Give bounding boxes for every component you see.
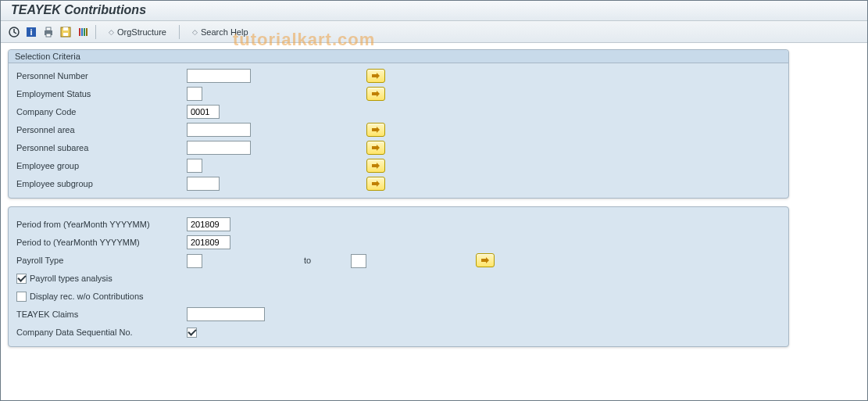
- row-payroll-types-analysis: Payroll types analysis: [15, 270, 782, 287]
- label-personnel-area: Personnel area: [15, 125, 187, 134]
- input-company-code[interactable]: [187, 105, 220, 119]
- input-employment-status[interactable]: [187, 87, 202, 101]
- info-icon[interactable]: i: [25, 26, 38, 38]
- multi-select-button[interactable]: [366, 177, 385, 191]
- label-to: to: [304, 256, 351, 265]
- svg-rect-11: [84, 28, 85, 36]
- label-display-rec: Display rec. w/o Contributions: [30, 292, 144, 301]
- input-employee-group[interactable]: [187, 159, 202, 173]
- checkbox-display-rec[interactable]: [16, 292, 27, 302]
- row-employment-status: Employment Status: [15, 85, 782, 102]
- label-period-from: Period from (YearMonth YYYYMM): [15, 220, 187, 229]
- row-personnel-area: Personnel area: [15, 121, 782, 138]
- row-employee-subgroup: Employee subgroup: [15, 175, 782, 192]
- label-company-seq: Company Data Sequential No.: [15, 328, 187, 337]
- toolbar-separator: [179, 25, 180, 39]
- row-personnel-subarea: Personnel subarea: [15, 139, 782, 156]
- label-payroll-type: Payroll Type: [15, 256, 187, 265]
- toolbar: i ◇ OrgStructure ◇ Search Help: [0, 21, 868, 43]
- toolbar-separator: [95, 25, 96, 39]
- row-company-seq: Company Data Sequential No.: [15, 324, 782, 341]
- label-employment-status: Employment Status: [15, 89, 187, 98]
- input-personnel-subarea[interactable]: [187, 141, 251, 155]
- execute-icon[interactable]: [8, 26, 20, 38]
- label-employee-group: Employee group: [15, 161, 187, 170]
- org-structure-label: OrgStructure: [117, 27, 166, 37]
- row-payroll-type: Payroll Type to: [15, 252, 782, 269]
- input-period-to[interactable]: [187, 235, 230, 249]
- input-personnel-number[interactable]: [187, 69, 251, 83]
- save-icon[interactable]: [59, 26, 72, 38]
- multi-select-button[interactable]: [366, 123, 385, 137]
- label-personnel-subarea: Personnel subarea: [15, 143, 187, 152]
- label-teayek-claims: TEAYEK Claims: [15, 310, 187, 319]
- list-icon[interactable]: [77, 26, 89, 38]
- svg-rect-5: [46, 34, 51, 37]
- multi-select-button[interactable]: [366, 159, 385, 173]
- svg-text:i: i: [30, 27, 32, 37]
- period-group: Period from (YearMonth YYYYMM) Period to…: [8, 206, 789, 347]
- multi-select-button[interactable]: [366, 141, 385, 155]
- multi-select-button[interactable]: [366, 69, 385, 83]
- row-period-to: Period to (YearMonth YYYYMM): [15, 234, 782, 251]
- row-personnel-number: Personnel Number: [15, 67, 782, 84]
- svg-rect-10: [81, 28, 83, 36]
- svg-rect-12: [86, 28, 88, 36]
- row-company-code: Company Code: [15, 103, 782, 120]
- print-icon[interactable]: [42, 26, 55, 38]
- multi-select-button[interactable]: [366, 87, 385, 101]
- org-structure-button[interactable]: ◇ OrgStructure: [102, 26, 173, 38]
- label-company-code: Company Code: [15, 107, 187, 116]
- input-period-from[interactable]: [187, 217, 230, 231]
- search-help-button[interactable]: ◇ Search Help: [186, 26, 255, 38]
- group-title: Selection Criteria: [9, 50, 788, 63]
- label-payroll-types-analysis: Payroll types analysis: [30, 274, 113, 283]
- page-title: TEAYEK Contributions: [0, 0, 868, 21]
- input-teayek-claims[interactable]: [187, 307, 265, 321]
- input-employee-subgroup[interactable]: [187, 177, 220, 191]
- search-help-label: Search Help: [201, 27, 248, 37]
- input-payroll-type-to[interactable]: [351, 254, 366, 268]
- label-period-to: Period to (YearMonth YYYYMM): [15, 238, 187, 247]
- label-personnel-number: Personnel Number: [15, 71, 187, 81]
- row-teayek-claims: TEAYEK Claims: [15, 306, 782, 323]
- selection-criteria-group: Selection Criteria Personnel Number Empl…: [8, 49, 789, 199]
- row-employee-group: Employee group: [15, 157, 782, 174]
- svg-rect-7: [63, 33, 68, 36]
- row-display-rec: Display rec. w/o Contributions: [15, 288, 782, 305]
- diamond-icon: ◇: [109, 28, 114, 36]
- label-employee-subgroup: Employee subgroup: [15, 179, 187, 188]
- content-area: Selection Criteria Personnel Number Empl…: [0, 43, 868, 361]
- input-personnel-area[interactable]: [187, 123, 251, 137]
- svg-rect-8: [63, 27, 68, 30]
- checkbox-payroll-types-analysis[interactable]: [16, 274, 27, 284]
- svg-rect-4: [46, 27, 51, 30]
- multi-select-button[interactable]: [476, 253, 495, 267]
- input-payroll-type-from[interactable]: [187, 254, 202, 268]
- checkbox-company-seq[interactable]: [187, 328, 197, 338]
- diamond-icon: ◇: [192, 28, 198, 36]
- row-period-from: Period from (YearMonth YYYYMM): [15, 216, 782, 233]
- svg-rect-9: [79, 28, 80, 36]
